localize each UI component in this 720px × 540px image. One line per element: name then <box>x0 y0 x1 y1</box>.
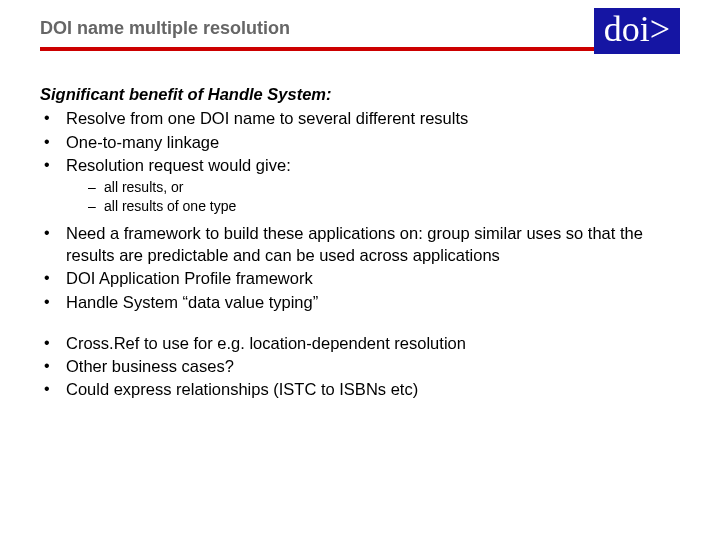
sub-list: all results, or all results of one type <box>66 178 664 216</box>
list-item-text: Resolve from one DOI name to several dif… <box>66 109 468 127</box>
page-title: DOI name multiple resolution <box>40 18 680 47</box>
bullet-group-2: Need a framework to build these applicat… <box>40 222 664 313</box>
list-item-text: One-to-many linkage <box>66 133 219 151</box>
list-item-text: Handle System “data value typing” <box>66 293 318 311</box>
list-item-text: Need a framework to build these applicat… <box>66 224 643 264</box>
list-item: Resolution request would give: all resul… <box>40 154 664 216</box>
list-item: Resolve from one DOI name to several dif… <box>40 107 664 129</box>
header-rule <box>40 47 680 51</box>
bullet-group-3: Cross.Ref to use for e.g. location-depen… <box>40 332 664 401</box>
list-item: Other business cases? <box>40 355 664 377</box>
sub-list-item-text: all results of one type <box>104 198 236 214</box>
list-item-text: Resolution request would give: <box>66 156 291 174</box>
list-item: Need a framework to build these applicat… <box>40 222 664 267</box>
list-item: Handle System “data value typing” <box>40 291 664 313</box>
list-item-text: DOI Application Profile framework <box>66 269 313 287</box>
list-item: One-to-many linkage <box>40 131 664 153</box>
intro-text: Significant benefit of Handle System: <box>40 83 664 105</box>
list-item: DOI Application Profile framework <box>40 267 664 289</box>
list-item-text: Other business cases? <box>66 357 234 375</box>
header: DOI name multiple resolution doi> <box>0 0 720 51</box>
list-item-text: Cross.Ref to use for e.g. location-depen… <box>66 334 466 352</box>
bullet-group-1: Resolve from one DOI name to several dif… <box>40 107 664 216</box>
list-item: Could express relationships (ISTC to ISB… <box>40 378 664 400</box>
sub-list-item-text: all results, or <box>104 179 183 195</box>
sub-list-item: all results, or <box>88 178 664 197</box>
list-item-text: Could express relationships (ISTC to ISB… <box>66 380 418 398</box>
sub-list-item: all results of one type <box>88 197 664 216</box>
list-item: Cross.Ref to use for e.g. location-depen… <box>40 332 664 354</box>
doi-logo: doi> <box>594 8 680 54</box>
content-area: Significant benefit of Handle System: Re… <box>0 51 720 401</box>
